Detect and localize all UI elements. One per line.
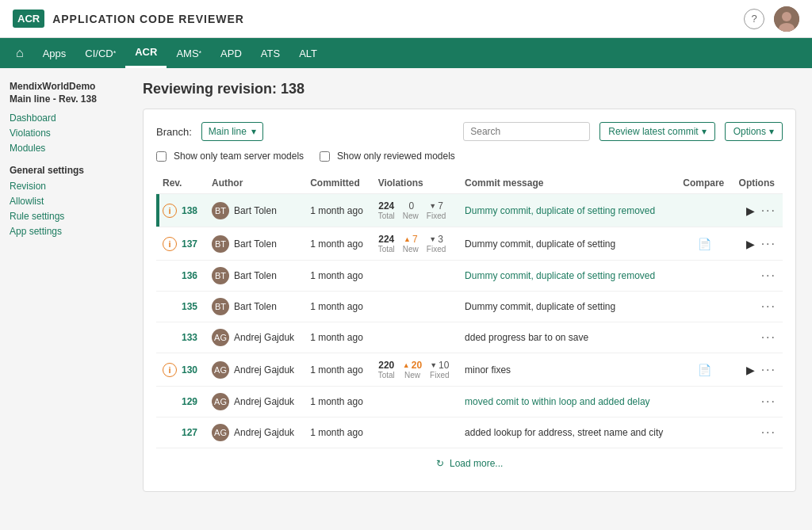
filter-reviewed-checkbox[interactable] bbox=[320, 151, 330, 162]
author-avatar: BT bbox=[212, 235, 229, 253]
sidebar-link-allowlist[interactable]: Allowlist bbox=[10, 196, 117, 207]
commit-message[interactable]: Dummy commit, duplicate of setting remov… bbox=[465, 270, 655, 281]
options-dots-button[interactable]: ··· bbox=[761, 395, 776, 408]
violations-cell bbox=[372, 387, 458, 418]
rev-number[interactable]: 127 bbox=[182, 427, 197, 438]
author-cell: BT Bart Tolen bbox=[205, 261, 304, 292]
options-dots-button[interactable]: ··· bbox=[761, 237, 776, 250]
commit-message[interactable]: Dummy commit, duplicate of setting remov… bbox=[465, 205, 655, 216]
play-button[interactable]: ▶ bbox=[746, 238, 755, 250]
violation-new: ▲7 bbox=[404, 234, 418, 245]
sidebar-link-dashboard[interactable]: Dashboard bbox=[10, 112, 117, 124]
commit-message: Dummy commit, duplicate of setting bbox=[465, 238, 615, 250]
violation-total-label: Total bbox=[378, 212, 395, 220]
commit-message-cell: Dummy commit, duplicate of setting remov… bbox=[458, 194, 676, 227]
options-dots-button[interactable]: ··· bbox=[761, 425, 776, 439]
rev-cell: 133 bbox=[156, 322, 205, 353]
nav-item-ats[interactable]: ATS bbox=[251, 38, 289, 68]
col-rev: Rev. bbox=[156, 173, 205, 194]
rev-number[interactable]: 136 bbox=[182, 270, 197, 281]
main-layout: MendixWorldDemo Main line - Rev. 138 Das… bbox=[0, 68, 812, 530]
author-cell: AG Andrej Gajduk bbox=[205, 322, 304, 353]
sidebar-link-app-settings[interactable]: App settings bbox=[10, 226, 117, 237]
violation-fixed-label: Fixed bbox=[427, 212, 446, 220]
rev-number[interactable]: 129 bbox=[182, 396, 197, 407]
diff-icon[interactable]: 📄 bbox=[698, 238, 711, 250]
table-row: 135 BT Bart Tolen 1 month agoDummy commi… bbox=[156, 292, 783, 322]
violation-new: ▲20 bbox=[403, 360, 422, 371]
violation-fixed-label: Fixed bbox=[430, 371, 449, 379]
options-button[interactable]: Options ▾ bbox=[725, 122, 783, 141]
nav-item-cicd[interactable]: CI/CD* bbox=[75, 38, 125, 68]
options-cell: ··· bbox=[733, 322, 783, 353]
rev-number[interactable]: 130 bbox=[182, 364, 197, 376]
compare-cell bbox=[676, 387, 732, 418]
sidebar-link-violations[interactable]: Violations bbox=[10, 128, 117, 139]
commit-message[interactable]: moved comit to within loop and added del… bbox=[465, 396, 649, 407]
help-icon[interactable]: ? bbox=[744, 9, 764, 29]
violation-new-label: New bbox=[404, 371, 420, 379]
play-button[interactable]: ▶ bbox=[746, 204, 755, 217]
options-cell: ··· bbox=[733, 261, 783, 292]
author-name: Andrej Gajduk bbox=[234, 427, 294, 438]
violation-new-label: New bbox=[403, 245, 419, 254]
search-input[interactable] bbox=[463, 122, 590, 141]
options-cell: ▶··· bbox=[733, 194, 783, 227]
violation-new-label: New bbox=[403, 212, 419, 220]
author-cell: AG Andrej Gajduk bbox=[205, 387, 304, 418]
rev-number[interactable]: 138 bbox=[182, 205, 197, 216]
sidebar-link-revision[interactable]: Revision bbox=[10, 181, 117, 192]
load-icon: ↻ bbox=[436, 458, 444, 469]
nav-item-ams[interactable]: AMS* bbox=[167, 38, 211, 68]
filter-team-server-checkbox[interactable] bbox=[156, 151, 167, 162]
rev-cell: i137 bbox=[156, 227, 205, 261]
author-cell: BT Bart Tolen bbox=[205, 292, 304, 322]
play-button[interactable]: ▶ bbox=[746, 364, 755, 376]
violation-new: 0 bbox=[407, 200, 414, 212]
review-latest-commit-button[interactable]: Review latest commit ▾ bbox=[599, 122, 714, 141]
violations-cell bbox=[372, 292, 458, 322]
toolbar: Branch: Main line ▾ Review latest commit… bbox=[156, 122, 783, 141]
compare-cell bbox=[676, 261, 732, 292]
nav-home[interactable]: ⌂ bbox=[6, 38, 33, 68]
commits-table: Rev. Author Committed Violations Commit … bbox=[156, 173, 783, 448]
commit-message-cell: dded progress bar to on save bbox=[458, 322, 676, 353]
options-dots-button[interactable]: ··· bbox=[761, 363, 776, 376]
nav-item-alt[interactable]: ALT bbox=[289, 38, 327, 68]
nav-item-apd[interactable]: APD bbox=[211, 38, 251, 68]
options-dots-button[interactable]: ··· bbox=[761, 269, 776, 282]
author-name: Bart Tolen bbox=[234, 238, 277, 250]
rev-number[interactable]: 133 bbox=[182, 332, 197, 343]
author-name: Andrej Gajduk bbox=[234, 396, 294, 407]
page-title: Reviewing revision: 138 bbox=[143, 81, 796, 97]
author-avatar: AG bbox=[212, 424, 229, 441]
logo-badge: ACR bbox=[13, 10, 44, 28]
author-name: Andrej Gajduk bbox=[234, 364, 294, 376]
author-name: Bart Tolen bbox=[234, 270, 277, 281]
compare-cell bbox=[676, 418, 732, 448]
filter-reviewed[interactable]: Show only reviewed models bbox=[320, 151, 455, 162]
nav-item-acr[interactable]: ACR bbox=[125, 38, 167, 68]
author-cell: AG Andrej Gajduk bbox=[205, 353, 304, 387]
branch-dropdown[interactable]: Main line ▾ bbox=[201, 122, 263, 141]
branch-label: Branch: bbox=[156, 126, 192, 138]
options-dots-button[interactable]: ··· bbox=[761, 299, 776, 313]
avatar[interactable] bbox=[774, 6, 799, 32]
options-dots-button[interactable]: ··· bbox=[761, 330, 776, 344]
load-more-button[interactable]: ↻ Load more... bbox=[156, 448, 783, 479]
options-cell: ··· bbox=[733, 387, 783, 418]
rev-number[interactable]: 135 bbox=[182, 301, 197, 312]
committed-cell: 1 month ago bbox=[304, 261, 372, 292]
diff-icon[interactable]: 📄 bbox=[698, 364, 711, 376]
nav-item-apps[interactable]: Apps bbox=[33, 38, 76, 68]
options-dots-button[interactable]: ··· bbox=[761, 204, 776, 217]
rev-cell: i130 bbox=[156, 353, 205, 387]
nav-bar: ⌂ Apps CI/CD* ACR AMS* APD ATS ALT bbox=[0, 38, 812, 68]
filter-team-server[interactable]: Show only team server models bbox=[156, 151, 304, 162]
sidebar-link-modules[interactable]: Modules bbox=[10, 143, 117, 154]
content: Reviewing revision: 138 Branch: Main lin… bbox=[127, 68, 812, 530]
sidebar-link-rule-settings[interactable]: Rule settings bbox=[10, 211, 117, 222]
rev-number[interactable]: 137 bbox=[182, 238, 197, 250]
options-cell: ··· bbox=[733, 292, 783, 322]
options-cell: ··· bbox=[733, 418, 783, 448]
